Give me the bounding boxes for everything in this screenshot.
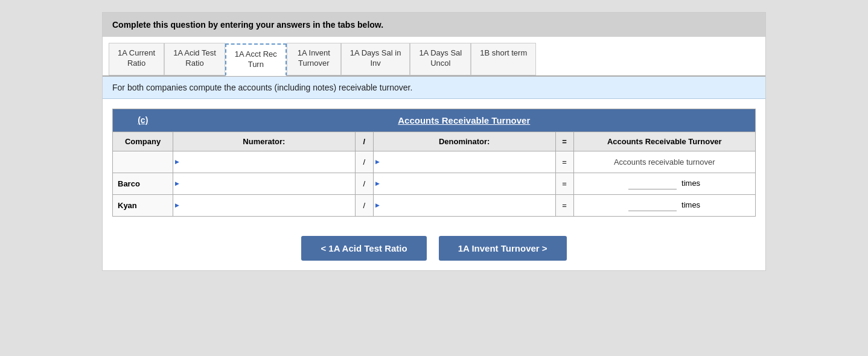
tab-days-sal-uncol[interactable]: 1A Days SalUncol [410, 43, 471, 75]
times-label-1: times [681, 179, 700, 188]
numerator-cell-1[interactable] [173, 173, 356, 194]
header-denominator: Denominator: [373, 132, 555, 151]
header-company: Company [113, 132, 173, 151]
tab-short-term[interactable]: 1B short term [471, 43, 536, 75]
company-name-1: Barco [113, 173, 173, 194]
tab-acct-rec[interactable]: 1A Acct RecTurn [225, 43, 287, 76]
tab-current-ratio[interactable]: 1A CurrentRatio [109, 43, 164, 75]
tabs-container: 1A CurrentRatio 1A Acid TestRatio 1A Acc… [103, 37, 765, 77]
next-button[interactable]: 1A Invent Turnover > [439, 236, 567, 261]
table-section: (c) Accounts Receivable Turnover Company… [103, 99, 765, 226]
table-row: Barco / = times [113, 173, 756, 194]
prev-button[interactable]: < 1A Acid Test Ratio [301, 236, 426, 261]
numerator-input-1[interactable] [178, 177, 350, 191]
denominator-cell-1[interactable] [373, 173, 555, 194]
denominator-input-0[interactable] [378, 155, 550, 169]
equals-2: = [555, 194, 573, 216]
instruction-bar: Complete this question by entering your … [103, 13, 765, 37]
table-title-row: (c) Accounts Receivable Turnover [113, 109, 756, 132]
divider-1: / [355, 173, 373, 194]
tab-acid-test[interactable]: 1A Acid TestRatio [164, 43, 225, 75]
tab-invent-turnover[interactable]: 1A InventTurnover [287, 43, 341, 75]
times-label-2: times [681, 200, 700, 209]
denominator-input-2[interactable] [378, 199, 550, 212]
numerator-cell-2[interactable] [173, 194, 356, 216]
header-equals: = [555, 132, 573, 151]
main-table: (c) Accounts Receivable Turnover Company… [112, 109, 756, 217]
denominator-cell-2[interactable] [373, 194, 555, 216]
result-cell-2[interactable]: times [573, 194, 755, 216]
result-text-0: Accounts receivable turnover [614, 157, 715, 167]
header-row: Company Numerator: / Denominator: = Acco… [113, 132, 756, 151]
instruction-text: Complete this question by entering your … [112, 20, 383, 30]
tab-days-sal-inv[interactable]: 1A Days Sal inInv [341, 43, 410, 75]
header-numerator: Numerator: [173, 132, 356, 151]
header-divider: / [355, 132, 373, 151]
description-text: For both companies compute the accounts … [112, 83, 412, 92]
equals-0: = [555, 151, 573, 173]
numerator-cell-0[interactable] [173, 151, 356, 173]
result-input-2[interactable] [628, 199, 677, 211]
bottom-nav: < 1A Acid Test Ratio 1A Invent Turnover … [103, 226, 765, 270]
header-result: Accounts Receivable Turnover [573, 132, 755, 151]
page-container: Complete this question by entering your … [102, 12, 766, 271]
result-input-1[interactable] [628, 177, 677, 189]
description-bar: For both companies compute the accounts … [103, 77, 765, 99]
section-label: (c) [113, 109, 173, 132]
numerator-input-2[interactable] [178, 199, 350, 212]
company-name-2: Kyan [113, 194, 173, 216]
result-cell-0: Accounts receivable turnover [573, 151, 755, 173]
result-cell-1[interactable]: times [573, 173, 755, 194]
denominator-input-1[interactable] [378, 177, 550, 191]
denominator-cell-0[interactable] [373, 151, 555, 173]
numerator-input-0[interactable] [178, 155, 350, 169]
table-row: Kyan / = times [113, 194, 756, 216]
table-title: Accounts Receivable Turnover [173, 109, 756, 132]
table-row: / = Accounts receivable turnover [113, 151, 756, 173]
divider-2: / [355, 194, 373, 216]
divider-0: / [355, 151, 373, 173]
equals-1: = [555, 173, 573, 194]
company-name-0 [113, 151, 173, 173]
